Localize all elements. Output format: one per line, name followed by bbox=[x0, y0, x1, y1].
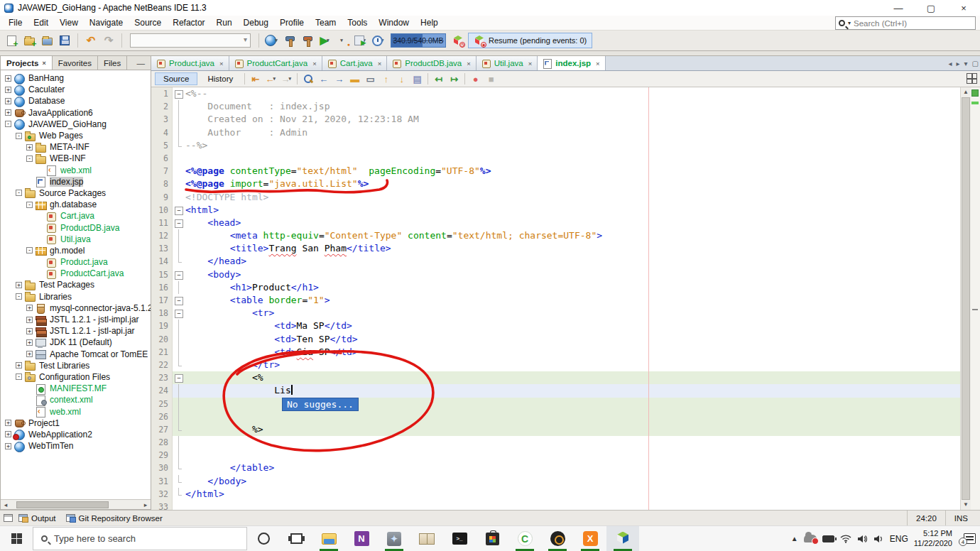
tree-item[interactable]: +Test Packages bbox=[1, 279, 151, 290]
editor-tab-cart-java[interactable]: Cart.java× bbox=[322, 56, 388, 70]
tree-item[interactable]: +Project1 bbox=[1, 418, 151, 429]
tree-item[interactable]: +JDK 11 (Default) bbox=[1, 337, 151, 348]
code-line-2[interactable]: 2 Document : index.jsp bbox=[151, 100, 960, 113]
scroll-down-icon[interactable]: ▼ bbox=[961, 500, 971, 510]
menu-run[interactable]: Run bbox=[211, 16, 238, 29]
open-project-icon[interactable] bbox=[39, 33, 55, 48]
code-fold-icon[interactable] bbox=[173, 307, 185, 320]
code-fold-icon[interactable] bbox=[173, 87, 185, 100]
file-explorer-taskbar-button[interactable] bbox=[312, 526, 345, 551]
close-tab-icon[interactable]: × bbox=[378, 60, 382, 67]
language-indicator[interactable]: ENG bbox=[890, 534, 908, 544]
menu-file[interactable]: File bbox=[3, 16, 28, 29]
tree-item[interactable]: +Database bbox=[1, 95, 151, 107]
tree-item[interactable]: Product.java bbox=[1, 256, 151, 268]
editor-tab-product-java[interactable]: Product.java× bbox=[151, 56, 229, 70]
redo-icon[interactable]: ↷ bbox=[101, 33, 116, 48]
expand-icon[interactable]: + bbox=[5, 98, 11, 104]
shift-right-icon[interactable]: ↦ bbox=[447, 72, 462, 86]
tree-item[interactable]: +Caculater bbox=[1, 84, 151, 95]
menu-window[interactable]: Window bbox=[373, 16, 415, 29]
scroll-tabs-left-icon[interactable]: ◂ bbox=[948, 60, 952, 67]
code-line-4[interactable]: 4 Author : Admin bbox=[151, 126, 960, 139]
editor-tab-productcart-java[interactable]: ProductCart.java× bbox=[229, 56, 322, 70]
clock[interactable]: 5:12 PM 11/22/2020 bbox=[914, 529, 952, 549]
expand-icon[interactable]: + bbox=[16, 282, 22, 288]
code-fold-icon[interactable] bbox=[173, 204, 185, 217]
cortana-taskbar-button[interactable] bbox=[247, 526, 280, 551]
code-line-11[interactable]: 11 <head> bbox=[151, 217, 960, 229]
tree-item[interactable]: -gh.model bbox=[1, 245, 151, 256]
tree-item[interactable]: +WebApplication2 bbox=[1, 429, 151, 440]
close-tab-icon[interactable]: × bbox=[596, 60, 600, 67]
clean-build-icon[interactable] bbox=[300, 33, 315, 48]
menu-profile[interactable]: Profile bbox=[274, 16, 310, 29]
shift-left-icon[interactable]: ↤ bbox=[431, 72, 446, 86]
tree-item[interactable]: +JSTL 1.2.1 - jstl-api.jar bbox=[1, 325, 151, 337]
editor-tab-index-jsp[interactable]: index.jsp× bbox=[538, 56, 605, 70]
code-line-7[interactable]: 7<%@page contentType="text/html" pageEnc… bbox=[151, 165, 960, 178]
split-document-icon[interactable] bbox=[967, 73, 977, 84]
wifi-icon[interactable] bbox=[840, 535, 851, 543]
volume-icon[interactable] bbox=[857, 535, 868, 543]
code-editor[interactable]: 1<%--2 Document : index.jsp3 Created on … bbox=[151, 87, 960, 510]
projects-horizontal-scrollbar[interactable]: ◂ ▸ bbox=[1, 499, 151, 509]
profile-project-icon[interactable]: ▾ bbox=[353, 33, 369, 48]
tree-item[interactable]: -Configuration Files bbox=[1, 371, 151, 383]
quick-search-input[interactable]: ▾ Search (Ctrl+I) bbox=[835, 16, 976, 30]
tree-item[interactable]: Cart.java bbox=[1, 210, 151, 222]
photos-taskbar-button[interactable]: ✦ bbox=[378, 526, 410, 551]
code-line-22[interactable]: 22 </tr> bbox=[151, 359, 960, 371]
expand-icon[interactable]: + bbox=[5, 420, 11, 426]
editor-tab-util-java[interactable]: Util.java× bbox=[477, 56, 538, 70]
code-line-9[interactable]: 9<!DOCTYPE html> bbox=[151, 191, 960, 204]
tree-item[interactable]: ProductCart.java bbox=[1, 268, 151, 279]
toggle-highlight-icon[interactable]: ▬ bbox=[347, 72, 362, 86]
close-tab-icon[interactable]: × bbox=[528, 60, 533, 67]
menu-tools[interactable]: Tools bbox=[342, 16, 373, 29]
tree-item[interactable]: -Source Packages bbox=[1, 187, 151, 199]
stop-macro-icon[interactable]: ■ bbox=[484, 72, 499, 86]
code-line-5[interactable]: 5--%> bbox=[151, 139, 960, 152]
record-macro-icon[interactable]: ● bbox=[468, 72, 483, 86]
tree-item[interactable]: +Apache Tomcat or TomEE bbox=[1, 349, 151, 360]
find-previous-icon[interactable]: ← bbox=[316, 72, 331, 86]
menu-view[interactable]: View bbox=[54, 16, 84, 29]
tree-item[interactable]: -Libraries bbox=[1, 291, 151, 302]
expand-icon[interactable]: + bbox=[5, 443, 11, 449]
tree-item[interactable]: context.xml bbox=[1, 394, 151, 405]
code-line-26[interactable]: 26 bbox=[151, 410, 960, 423]
expand-icon[interactable]: + bbox=[5, 75, 11, 82]
collapse-icon[interactable]: - bbox=[26, 202, 33, 208]
maximize-button[interactable]: ▢ bbox=[915, 0, 947, 16]
expand-icon[interactable]: + bbox=[26, 317, 33, 323]
code-line-10[interactable]: 10<html> bbox=[151, 204, 960, 217]
microsoft-store-taskbar-button[interactable] bbox=[476, 526, 508, 551]
menu-help[interactable]: Help bbox=[415, 16, 444, 29]
panel-tab-files[interactable]: Files bbox=[98, 56, 127, 70]
task-view-taskbar-button[interactable] bbox=[280, 526, 312, 551]
collapse-icon[interactable]: - bbox=[16, 373, 22, 380]
close-button[interactable]: × bbox=[947, 0, 980, 16]
collapse-icon[interactable]: - bbox=[16, 293, 22, 300]
code-line-3[interactable]: 3 Created on : Nov 21, 2020, 12:23:18 AM bbox=[151, 113, 960, 126]
close-tab-icon[interactable]: × bbox=[467, 60, 471, 67]
tree-item[interactable]: ProductDB.java bbox=[1, 222, 151, 233]
tree-item[interactable]: -gh.database bbox=[1, 199, 151, 210]
tab-list-dropdown-icon[interactable]: ▾ bbox=[964, 60, 968, 67]
code-line-21[interactable]: 21 <td>Gia SP</td> bbox=[151, 346, 960, 359]
find-selection-icon[interactable] bbox=[300, 72, 315, 86]
statusbar-git-repository-browser[interactable]: Git Repository Browser bbox=[66, 514, 163, 523]
menu-refactor[interactable]: Refactor bbox=[167, 16, 210, 29]
forward-icon[interactable]: →▾ bbox=[279, 72, 294, 86]
code-fold-icon[interactable] bbox=[173, 217, 185, 229]
code-line-29[interactable]: 29 bbox=[151, 449, 960, 462]
code-line-25[interactable]: 25 bbox=[151, 398, 960, 410]
debug-project-icon[interactable]: ▾ bbox=[335, 33, 351, 48]
collapse-icon[interactable]: - bbox=[16, 190, 22, 196]
maximize-window-icon[interactable]: ▢ bbox=[972, 60, 979, 67]
tray-expand-icon[interactable]: ▲ bbox=[791, 535, 798, 542]
code-fold-icon[interactable] bbox=[173, 294, 185, 307]
expand-icon[interactable]: + bbox=[5, 431, 11, 437]
collapse-icon[interactable]: - bbox=[16, 133, 22, 139]
